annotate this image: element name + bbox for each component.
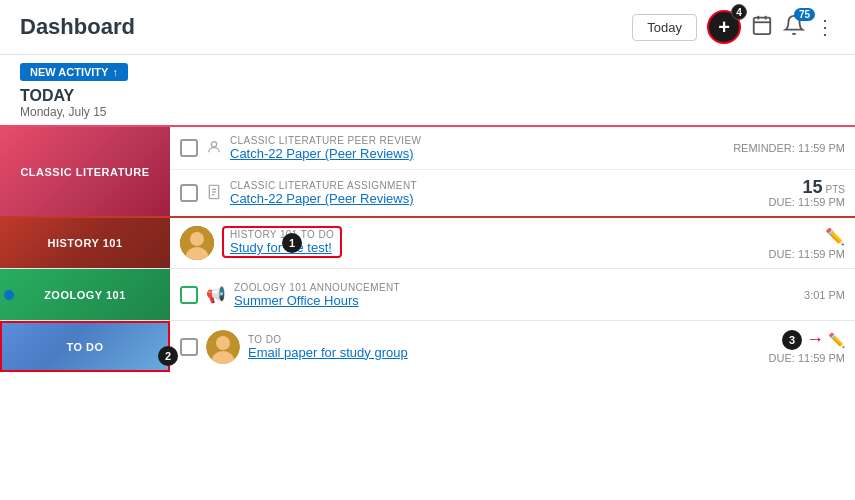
todo-badge-2: 2 — [158, 346, 178, 366]
todo-due: DUE: 11:59 PM — [769, 352, 845, 364]
sub-header: NEW ACTIVITY ↑ — [0, 55, 855, 85]
todo-content: TO DO Email paper for study group 3 → ✏️… — [170, 321, 855, 372]
history-content: HISTORY 101 TO DO Study for the test! 1 … — [170, 218, 855, 268]
assignment-title[interactable]: Catch-22 Paper (Peer Reviews) — [230, 191, 757, 206]
notification-badge: 75 — [794, 8, 815, 21]
document-icon — [206, 184, 222, 200]
header-actions: Today + 4 75 ⋮ — [632, 10, 835, 44]
classic-lit-item-2: CLASSIC LITERATURE ASSIGNMENT Catch-22 P… — [170, 170, 855, 216]
history-badge-wrap: 1 — [282, 233, 302, 253]
classic-literature-label: CLASSIC LITERATURE — [0, 127, 170, 216]
notification-wrap: 75 — [783, 14, 805, 41]
new-activity-arrow: ↑ — [112, 66, 118, 78]
history-badge: 1 — [282, 233, 302, 253]
assignment-pts: 15 PTS — [765, 178, 845, 196]
todo-row: TO DO 2 TO DO Email paper for study grou… — [0, 320, 855, 372]
todo-avatar — [206, 330, 240, 364]
history-avatar — [180, 226, 214, 260]
peer-review-title[interactable]: Catch-22 Paper (Peer Reviews) — [230, 146, 725, 161]
classic-literature-items: CLASSIC LITERATURE PEER REVIEW Catch-22 … — [170, 127, 855, 216]
today-section: TODAY Monday, July 15 — [0, 85, 855, 125]
todo-info: TO DO Email paper for study group — [248, 334, 757, 360]
todo-pencil-icon: ✏️ — [828, 332, 845, 348]
assignment-info: CLASSIC LITERATURE ASSIGNMENT Catch-22 P… — [230, 180, 757, 206]
zoology-type: ZOOLOGY 101 ANNOUNCEMENT — [234, 282, 777, 293]
new-activity-label: NEW ACTIVITY — [30, 66, 108, 78]
today-date: Monday, July 15 — [20, 105, 835, 119]
peer-review-checkbox[interactable] — [180, 139, 198, 157]
todo-title[interactable]: Email paper for study group — [248, 345, 757, 360]
calendar-icon — [751, 14, 773, 36]
svg-rect-0 — [754, 17, 771, 33]
more-options-button[interactable]: ⋮ — [815, 15, 835, 39]
zoology-time: 3:01 PM — [785, 289, 845, 301]
svg-point-13 — [216, 336, 230, 350]
history-row: HISTORY 101 HISTORY 101 TO DO Study for … — [0, 216, 855, 268]
zoology-title[interactable]: Summer Office Hours — [234, 293, 777, 308]
zoology-content: 📢 ZOOLOGY 101 ANNOUNCEMENT Summer Office… — [170, 269, 855, 320]
megaphone-icon: 📢 — [206, 285, 226, 304]
pencil-icon: ✏️ — [825, 227, 845, 246]
assignment-checkbox[interactable] — [180, 184, 198, 202]
todo-label: TO DO — [0, 321, 170, 372]
todo-avatar-svg — [206, 330, 240, 364]
todo-type: TO DO — [248, 334, 757, 345]
pts-label: PTS — [826, 184, 845, 195]
add-button-badge: 4 — [731, 4, 747, 20]
peer-review-icon — [206, 139, 222, 158]
zoology-label: ZOOLOGY 101 — [0, 269, 170, 320]
arrow-icon: → — [806, 329, 824, 350]
todo-badge-3-wrap: 3 → ✏️ — [782, 329, 845, 350]
blue-dot-indicator — [4, 290, 14, 300]
user-icon — [206, 139, 222, 155]
history-title[interactable]: Study for the test! — [230, 240, 332, 255]
today-button[interactable]: Today — [632, 14, 697, 41]
zoology-info: ZOOLOGY 101 ANNOUNCEMENT Summer Office H… — [234, 282, 777, 308]
peer-review-meta: REMINDER: 11:59 PM — [733, 142, 845, 154]
todo-badge-3: 3 — [782, 330, 802, 350]
plus-icon: + — [718, 16, 730, 39]
header: Dashboard Today + 4 75 ⋮ — [0, 0, 855, 55]
history-due: DUE: 11:59 PM — [769, 248, 845, 260]
peer-review-info: CLASSIC LITERATURE PEER REVIEW Catch-22 … — [230, 135, 725, 161]
assignment-type: CLASSIC LITERATURE ASSIGNMENT — [230, 180, 757, 191]
avatar-svg — [180, 226, 214, 260]
svg-point-10 — [190, 232, 204, 246]
pts-value: 15 — [802, 177, 822, 197]
classic-literature-row: CLASSIC LITERATURE CLASSIC LITERATURE PE… — [0, 125, 855, 216]
zoology-row: ZOOLOGY 101 📢 ZOOLOGY 101 ANNOUNCEMENT S… — [0, 268, 855, 320]
peer-review-type: CLASSIC LITERATURE PEER REVIEW — [230, 135, 725, 146]
todo-actions: 3 → ✏️ DUE: 11:59 PM — [765, 329, 845, 364]
todo-checkbox[interactable] — [180, 338, 198, 356]
svg-point-4 — [211, 141, 216, 146]
zoology-checkbox[interactable] — [180, 286, 198, 304]
assignment-due: DUE: 11:59 PM — [765, 196, 845, 208]
history-label: HISTORY 101 — [0, 218, 170, 268]
calendar-icon-wrap[interactable] — [751, 14, 773, 41]
today-label: TODAY — [20, 87, 835, 105]
page-title: Dashboard — [20, 14, 632, 40]
add-button[interactable]: + 4 — [707, 10, 741, 44]
assignment-meta: 15 PTS DUE: 11:59 PM — [765, 178, 845, 208]
history-actions: ✏️ DUE: 11:59 PM — [765, 227, 845, 260]
assignment-icon — [206, 184, 222, 203]
new-activity-badge[interactable]: NEW ACTIVITY ↑ — [20, 63, 128, 81]
history-info: HISTORY 101 TO DO Study for the test! — [222, 226, 757, 260]
classic-lit-item-1: CLASSIC LITERATURE PEER REVIEW Catch-22 … — [170, 127, 855, 170]
